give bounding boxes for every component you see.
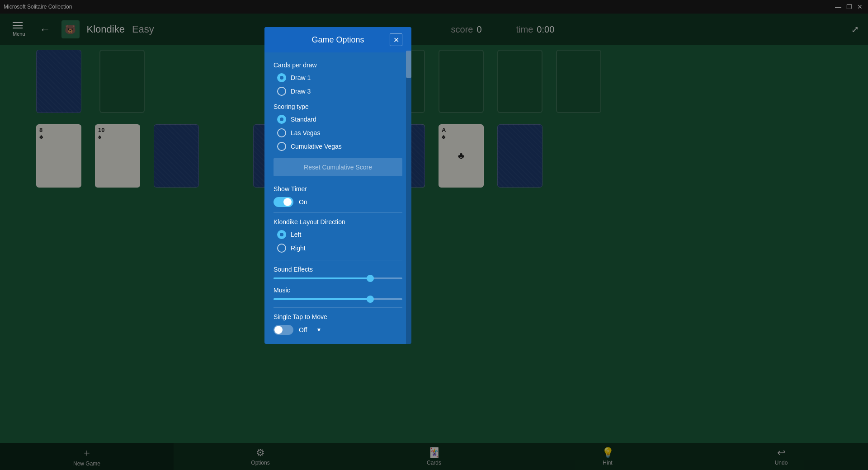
standard-radio[interactable]: [277, 115, 286, 124]
sound-effects-track[interactable]: [274, 277, 402, 279]
music-track[interactable]: [274, 298, 402, 300]
right-label: Right: [291, 244, 306, 252]
show-timer-row: On: [274, 197, 402, 207]
divider-3: [274, 307, 402, 308]
music-label: Music: [274, 287, 402, 294]
cards-per-draw-group: Draw 1 Draw 3: [274, 73, 402, 96]
standard-label: Standard: [291, 116, 316, 123]
show-timer-toggle[interactable]: [274, 197, 293, 207]
layout-direction-group: Left Right: [274, 230, 402, 253]
single-tap-value: Off: [299, 326, 307, 334]
modal-scrollbar-track[interactable]: [406, 51, 411, 344]
draw1-radio[interactable]: [277, 73, 286, 82]
draw1-option[interactable]: Draw 1: [277, 73, 402, 82]
modal-title: Game Options: [286, 35, 390, 45]
cumvegas-label: Cumulative Vegas: [291, 143, 342, 150]
modal-close-button[interactable]: ✕: [390, 33, 402, 46]
sound-effects-fill: [274, 277, 370, 279]
single-tap-thumb: [274, 326, 283, 334]
show-timer-label: Show Timer: [274, 185, 402, 193]
modal-body[interactable]: Cards per draw Draw 1 Draw 3 Scoring typ…: [264, 52, 411, 344]
sound-effects-thumb[interactable]: [367, 275, 374, 282]
divider-1: [274, 212, 402, 213]
cards-per-draw-label: Cards per draw: [274, 61, 402, 69]
lasvegas-option[interactable]: Las Vegas: [277, 128, 402, 137]
single-tap-label: Single Tap to Move: [274, 313, 402, 320]
music-slider[interactable]: [274, 298, 402, 300]
music-thumb[interactable]: [367, 296, 374, 303]
draw3-radio[interactable]: [277, 87, 286, 96]
draw1-label: Draw 1: [291, 74, 311, 81]
game-options-modal: Game Options ✕ Cards per draw Draw 1 Dra…: [264, 27, 411, 344]
show-timer-thumb: [283, 198, 292, 206]
single-tap-row: Off ▼: [274, 325, 402, 335]
modal-scrollbar-thumb[interactable]: [406, 51, 411, 78]
reset-cumulative-score-button[interactable]: Reset Cumulative Score: [274, 158, 402, 176]
cumvegas-radio[interactable]: [277, 142, 286, 151]
music-fill: [274, 298, 370, 300]
standard-option[interactable]: Standard: [277, 115, 402, 124]
show-timer-value: On: [299, 198, 307, 206]
modal-header: Game Options ✕: [264, 27, 411, 52]
left-label: Left: [291, 231, 301, 238]
right-radio[interactable]: [277, 244, 286, 253]
lasvegas-label: Las Vegas: [291, 129, 320, 136]
left-option[interactable]: Left: [277, 230, 402, 239]
draw3-option[interactable]: Draw 3: [277, 87, 402, 96]
divider-2: [274, 260, 402, 260]
right-option[interactable]: Right: [277, 244, 402, 253]
lasvegas-radio[interactable]: [277, 128, 286, 137]
layout-direction-label: Klondike Layout Direction: [274, 218, 402, 226]
cumvegas-option[interactable]: Cumulative Vegas: [277, 142, 402, 151]
sound-effects-label: Sound Effects: [274, 266, 402, 273]
scroll-indicator: ▼: [316, 327, 321, 333]
scoring-type-label: Scoring type: [274, 103, 402, 110]
sound-effects-slider[interactable]: [274, 277, 402, 279]
scoring-type-group: Standard Las Vegas Cumulative Vegas: [274, 115, 402, 151]
left-radio[interactable]: [277, 230, 286, 239]
single-tap-toggle[interactable]: [274, 325, 293, 335]
modal-overlay[interactable]: [0, 0, 868, 470]
draw3-label: Draw 3: [291, 88, 311, 95]
